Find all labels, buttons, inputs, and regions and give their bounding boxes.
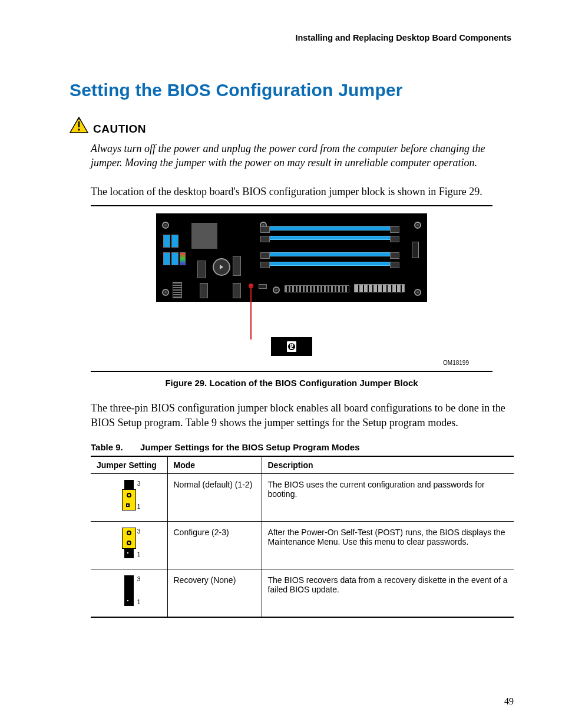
figure-id: OM18199 (91, 360, 469, 366)
caution-body: Always turn off the power and unplug the… (91, 141, 514, 170)
mode-normal: Normal (default) (1-2) (167, 474, 262, 522)
motherboard-diagram (156, 213, 427, 302)
jumper-diagram-normal: 3 1 (91, 474, 167, 522)
intro-paragraph: The location of the desktop board's BIOS… (91, 185, 514, 199)
mode-configure: Configure (2-3) (167, 522, 262, 569)
running-header: Installing and Replacing Desktop Board C… (70, 33, 514, 42)
caution-label: CAUTION (93, 123, 146, 136)
mode-recovery: Recovery (None) (167, 569, 262, 618)
th-mode: Mode (167, 456, 262, 474)
svg-point-2 (78, 129, 80, 130)
th-jumper-setting: Jumper Setting (91, 456, 167, 474)
figure-29: 3 2 1 OM18199 (91, 205, 492, 372)
pin-2: 2 (287, 342, 296, 351)
table-row: 3 1 Normal (default) (1-2) The BIOS uses… (91, 474, 514, 522)
desc-recovery: The BIOS recovers data from a recovery d… (262, 569, 514, 618)
table-row: 3 1 Configure (2-3) After the Power-On S… (91, 522, 514, 569)
th-description: Description (262, 456, 514, 474)
table-caption: Table 9.Jumper Settings for the BIOS Set… (91, 442, 514, 452)
table-row: 3 1 Recovery (None) The BIOS recovers da… (91, 569, 514, 618)
caution-icon (70, 117, 88, 136)
jumper-diagram-configure: 3 1 (91, 522, 167, 569)
body-paragraph: The three-pin BIOS configuration jumper … (91, 401, 514, 430)
callout-line (250, 285, 252, 340)
desc-configure: After the Power-On Self-Test (POST) runs… (262, 522, 514, 569)
page-number: 49 (504, 696, 514, 707)
figure-caption: Figure 29. Location of the BIOS Configur… (70, 378, 514, 388)
page-title: Setting the BIOS Configuration Jumper (70, 80, 514, 100)
jumper-settings-table: Jumper Setting Mode Description 3 1 (91, 456, 514, 618)
desc-normal: The BIOS uses the current configuration … (262, 474, 514, 522)
jumper-pins-callout: 3 2 1 (271, 337, 312, 356)
jumper-diagram-recovery: 3 1 (91, 569, 167, 618)
